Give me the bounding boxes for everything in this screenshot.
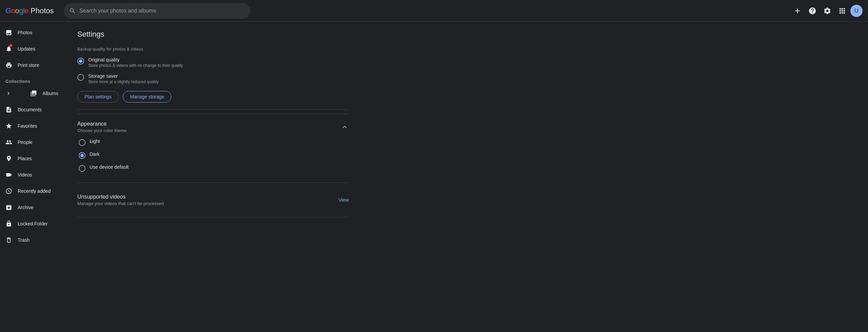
light-theme-radio[interactable] (79, 139, 85, 146)
appearance-desc: Choose your color theme (77, 128, 127, 133)
original-quality-desc: Store photos & videos with no change to … (88, 63, 183, 68)
add-button[interactable] (791, 4, 804, 18)
photos-icon (5, 29, 12, 36)
sidebar-item-locked-folder[interactable]: Locked Folder (0, 216, 64, 232)
unsupported-videos-section: Unsupported videos Manage your videos th… (77, 183, 349, 217)
unsupported-desc: Manage your videos that can't be process… (77, 201, 164, 206)
storage-saver-radio[interactable] (77, 74, 84, 81)
unsupported-info: Unsupported videos Manage your videos th… (77, 194, 164, 206)
sidebar-places-label: Places (18, 156, 32, 161)
device-default-option[interactable]: Use device default (79, 164, 349, 172)
page-title: Settings (77, 30, 857, 39)
appearance-section: Appearance Choose your color theme Light… (77, 114, 349, 183)
plan-settings-button[interactable]: Plan settings (77, 91, 119, 103)
dark-theme-label: Dark (90, 151, 100, 157)
appearance-title: Appearance (77, 121, 127, 127)
search-input[interactable] (79, 8, 245, 14)
settings-button[interactable] (821, 4, 834, 18)
backup-quality-section: Backup quality for photos & videos Origi… (77, 47, 349, 217)
topbar-actions: U (791, 4, 863, 18)
sidebar-item-updates[interactable]: Updates (0, 41, 64, 57)
sidebar-trash-label: Trash (18, 237, 30, 243)
sidebar-item-archive[interactable]: Archive (0, 199, 64, 216)
sidebar-locked-folder-label: Locked Folder (18, 221, 48, 226)
albums-icon (30, 90, 37, 97)
topbar: Google Photos U (0, 0, 868, 22)
locked-folder-icon (5, 220, 12, 227)
recently-added-icon (5, 188, 12, 195)
original-quality-title: Original quality (88, 57, 183, 62)
sidebar-people-label: People (18, 140, 33, 145)
apps-button[interactable] (835, 4, 849, 18)
sidebar-item-videos[interactable]: Videos (0, 167, 64, 183)
storage-saver-desc: Store more at a slightly reduced quality (88, 79, 158, 84)
documents-icon (5, 106, 12, 113)
archive-icon (5, 204, 12, 211)
sidebar-documents-label: Documents (18, 107, 42, 112)
section-divider-1 (77, 109, 349, 110)
search-bar[interactable] (64, 3, 250, 19)
appearance-chevron-icon (341, 123, 349, 131)
dark-theme-option[interactable]: Dark (79, 151, 349, 159)
backup-quality-label: Backup quality for photos & videos (77, 47, 349, 52)
print-store-icon (5, 62, 12, 69)
original-quality-text: Original quality Store photos & videos w… (88, 57, 183, 68)
sidebar-recently-added-label: Recently added (18, 188, 51, 194)
videos-icon (5, 171, 12, 178)
trash-icon (5, 237, 12, 243)
sidebar-favorites-label: Favorites (18, 123, 37, 129)
manage-storage-button[interactable]: Manage storage (123, 91, 171, 103)
sidebar-item-people[interactable]: People (0, 134, 64, 150)
expand-albums-icon (5, 90, 12, 97)
settings-icon (823, 7, 831, 15)
unsupported-title: Unsupported videos (77, 194, 164, 200)
sidebar: Photos Updates Print store Collections A… (0, 22, 66, 332)
sidebar-archive-label: Archive (18, 205, 34, 210)
sidebar-item-places[interactable]: Places (0, 150, 64, 167)
help-icon (808, 7, 816, 15)
sidebar-print-store-label: Print store (18, 62, 39, 68)
google-logo: Google (5, 6, 28, 15)
sidebar-item-albums[interactable]: Albums (0, 85, 64, 102)
collections-header: Collections (0, 73, 66, 85)
sidebar-updates-label: Updates (18, 46, 35, 52)
appearance-header-row[interactable]: Appearance Choose your color theme (77, 115, 349, 139)
favorites-icon (5, 123, 12, 129)
photos-logo-text: Photos (31, 6, 54, 15)
appearance-info: Appearance Choose your color theme (77, 121, 127, 133)
search-icon (69, 7, 76, 14)
sidebar-item-trash[interactable]: Trash (0, 232, 64, 248)
sidebar-item-documents[interactable]: Documents (0, 102, 64, 118)
sidebar-item-recently-added[interactable]: Recently added (0, 183, 64, 199)
main-layout: Photos Updates Print store Collections A… (0, 22, 868, 332)
logo-area: Google Photos (5, 6, 60, 15)
sidebar-item-favorites[interactable]: Favorites (0, 118, 64, 134)
light-theme-label: Light (90, 139, 100, 144)
updates-notification-dot (9, 44, 12, 47)
light-theme-option[interactable]: Light (79, 139, 349, 146)
original-quality-radio[interactable] (77, 58, 84, 64)
storage-saver-title: Storage saver (88, 73, 158, 79)
dark-theme-radio[interactable] (79, 152, 85, 159)
storage-saver-text: Storage saver Store more at a slightly r… (88, 73, 158, 84)
storage-saver-option[interactable]: Storage saver Store more at a slightly r… (77, 73, 349, 84)
add-icon (793, 7, 802, 15)
sidebar-albums-label: Albums (42, 91, 58, 96)
storage-btn-row: Plan settings Manage storage (77, 91, 349, 103)
avatar[interactable]: U (850, 5, 863, 17)
places-icon (5, 155, 12, 162)
sidebar-item-print-store[interactable]: Print store (0, 57, 64, 73)
device-default-label: Use device default (90, 164, 129, 170)
help-button[interactable] (806, 4, 819, 18)
settings-content: Settings Backup quality for photos & vid… (66, 22, 868, 332)
people-icon (5, 139, 12, 146)
original-quality-option[interactable]: Original quality Store photos & videos w… (77, 57, 349, 68)
apps-icon (838, 7, 846, 15)
view-link[interactable]: View (339, 197, 349, 203)
device-default-radio[interactable] (79, 165, 85, 172)
sidebar-videos-label: Videos (18, 172, 32, 178)
sidebar-photos-label: Photos (18, 30, 33, 35)
sidebar-item-photos[interactable]: Photos (0, 24, 64, 41)
unsupported-row: Unsupported videos Manage your videos th… (77, 188, 349, 211)
